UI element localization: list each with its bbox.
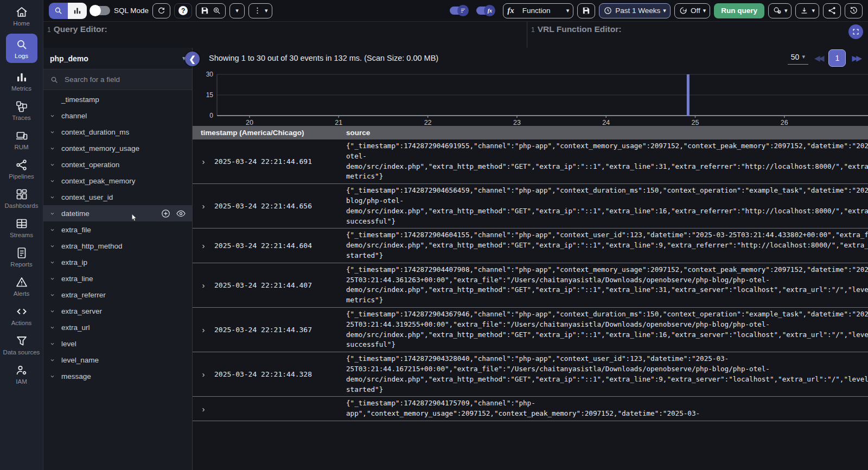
field-name: context_memory_usage (61, 144, 139, 153)
field-actions (161, 208, 186, 219)
share-link-button[interactable] (823, 3, 841, 18)
next-page-button[interactable]: ▶▶ (852, 54, 860, 62)
help-button[interactable]: ? (174, 3, 192, 18)
more-options-button[interactable]: ▾ (248, 3, 272, 18)
column-header-timestamp[interactable]: timestamp (America/Chicago) (193, 129, 346, 137)
first-page-button[interactable]: ◀◀ (814, 54, 823, 62)
time-range-dropdown[interactable]: Past 1 Weeks ▾ (599, 3, 671, 18)
expand-row-icon[interactable]: › (193, 325, 214, 334)
download-results-button[interactable]: ▾ (795, 3, 819, 18)
sidebar-item-label: IAM (16, 378, 27, 385)
expand-row-icon[interactable]: › (193, 281, 214, 290)
save-function-button[interactable] (577, 3, 595, 18)
svg-text:25: 25 (692, 119, 699, 126)
field-item-extra_http_method[interactable]: extra_http_method (43, 238, 192, 254)
search-view-tab[interactable] (49, 3, 68, 19)
sidebar-item-metrics[interactable]: Metrics (3, 69, 41, 92)
fields-panel: php_demo ▾ ❮ _timestampchannelcontext_du… (43, 48, 193, 470)
chevron-down-icon: ▾ (265, 8, 268, 14)
run-query-button[interactable]: Run query (714, 3, 764, 18)
refresh-clock-icon (679, 6, 688, 15)
field-item-level_name[interactable]: level_name (43, 352, 192, 368)
field-search-input[interactable] (63, 75, 186, 84)
wrap-text-toggle[interactable] (450, 7, 467, 15)
sidebar-item-data-sources[interactable]: Data sources (3, 333, 41, 356)
query-editor[interactable]: 1 Query Editor: (43, 22, 527, 48)
field-item-extra_server[interactable]: extra_server (43, 303, 192, 319)
field-item-extra_line[interactable]: extra_line (43, 270, 192, 287)
share-nodes-icon (15, 158, 28, 172)
sidebar-item-home[interactable]: Home (3, 4, 41, 27)
field-item-context_duration_ms[interactable]: context_duration_ms (43, 124, 192, 140)
table-row[interactable]: ›2025-03-24 22:21:44.407{"_timestamp":17… (193, 263, 868, 308)
zoom-in-icon (212, 6, 221, 15)
function-dropdown[interactable]: fx Function ▾ (503, 3, 573, 18)
field-item-message[interactable]: message (43, 368, 192, 384)
sidebar-item-dashboards[interactable]: Dashboards (3, 187, 41, 209)
expand-row-icon[interactable]: › (193, 201, 214, 211)
svg-text:23: 23 (513, 119, 521, 126)
histogram-view-tab[interactable] (68, 3, 87, 19)
sql-mode-toggle[interactable] (91, 6, 110, 15)
vrl-function-editor[interactable]: 1 VRL Function Editor: (527, 22, 868, 48)
sidebar-item-logs[interactable]: Logs (6, 34, 37, 63)
expand-row-icon[interactable]: › (193, 157, 214, 166)
chevron-down-icon: ▾ (566, 8, 570, 14)
lines-icon (460, 8, 466, 14)
events-histogram[interactable]: 0153020212223242526 (193, 68, 868, 126)
page-size-select[interactable]: 50 ▾ (788, 52, 808, 65)
field-name: level_name (61, 356, 99, 364)
saved-views-dropdown[interactable]: ▾ (229, 3, 245, 18)
table-row[interactable]: ›2025-03-24 22:21:44.604{"_timestamp":17… (193, 228, 868, 263)
expand-row-icon[interactable]: › (193, 404, 214, 414)
sidebar-item-iam[interactable]: IAM (3, 363, 41, 385)
table-row[interactable]: ›{"_timestamp":1742872904175709,"channel… (193, 397, 868, 421)
field-item-datetime[interactable]: datetime (43, 205, 192, 221)
stream-select[interactable]: php_demo ▾ (43, 48, 192, 69)
field-item-channel[interactable]: channel (43, 107, 192, 124)
sidebar-item-alerts[interactable]: Alerts (3, 275, 41, 297)
sidebar-item-reports[interactable]: Reports (3, 245, 41, 268)
plus-circle-icon[interactable] (161, 208, 171, 219)
sidebar-item-pipelines[interactable]: Pipelines (3, 157, 41, 180)
sidebar-item-label: RUM (14, 144, 28, 150)
fx-icon: fx (488, 8, 492, 14)
field-item-context_memory_usage[interactable]: context_memory_usage (43, 140, 192, 156)
auto-refresh-dropdown[interactable]: Off ▾ (674, 3, 710, 18)
table-row[interactable]: ›2025-03-24 22:21:44.691{"_timestamp":17… (193, 139, 868, 184)
field-item-extra_url[interactable]: extra_url (43, 319, 192, 335)
search-history-button[interactable] (845, 3, 863, 18)
field-item-_timestamp[interactable]: _timestamp (43, 91, 192, 107)
column-header-source[interactable]: source (346, 129, 868, 137)
field-item-context_peak_memory[interactable]: context_peak_memory (43, 173, 192, 189)
field-item-extra_referrer[interactable]: extra_referrer (43, 287, 192, 303)
field-item-extra_file[interactable]: extra_file (43, 221, 192, 238)
current-page[interactable]: 1 (828, 49, 846, 67)
field-item-context_operation[interactable]: context_operation (43, 156, 192, 173)
function-editor-toggle[interactable]: fx (476, 7, 494, 15)
expand-row-icon[interactable]: › (193, 370, 214, 379)
sidebar-item-streams[interactable]: Streams (3, 216, 41, 239)
help-icon: ? (178, 6, 188, 15)
sidebar-item-traces[interactable]: Traces (3, 99, 41, 122)
collapse-fields-button[interactable]: ❮ (185, 52, 200, 66)
reset-query-button[interactable] (152, 3, 170, 18)
table-row[interactable]: ›2025-03-24 22:21:44.367{"_timestamp":17… (193, 308, 868, 352)
source-cell: {"_timestamp":1742872904367946,"channel"… (346, 309, 868, 350)
field-item-level[interactable]: level (43, 335, 192, 352)
field-item-extra_ip[interactable]: extra_ip (43, 254, 192, 270)
eye-icon[interactable] (176, 208, 186, 219)
save-icon (200, 6, 209, 15)
field-name: extra_http_method (61, 242, 123, 250)
fullscreen-button[interactable] (848, 24, 863, 39)
saved-views-button[interactable] (196, 3, 226, 18)
search-around-button[interactable]: ▾ (768, 3, 792, 18)
field-item-context_user_id[interactable]: context_user_id (43, 189, 192, 205)
table-row[interactable]: ›2025-03-24 22:21:44.328{"_timestamp":17… (193, 352, 868, 397)
table-row[interactable]: ›2025-03-24 22:21:44.656{"_timestamp":17… (193, 184, 868, 228)
sidebar-item-rum[interactable]: RUM (3, 128, 41, 151)
field-name: extra_referrer (61, 291, 106, 299)
expand-row-icon[interactable]: › (193, 241, 214, 250)
sidebar-item-actions[interactable]: Actions (3, 304, 41, 327)
table-grid-icon (15, 217, 28, 230)
